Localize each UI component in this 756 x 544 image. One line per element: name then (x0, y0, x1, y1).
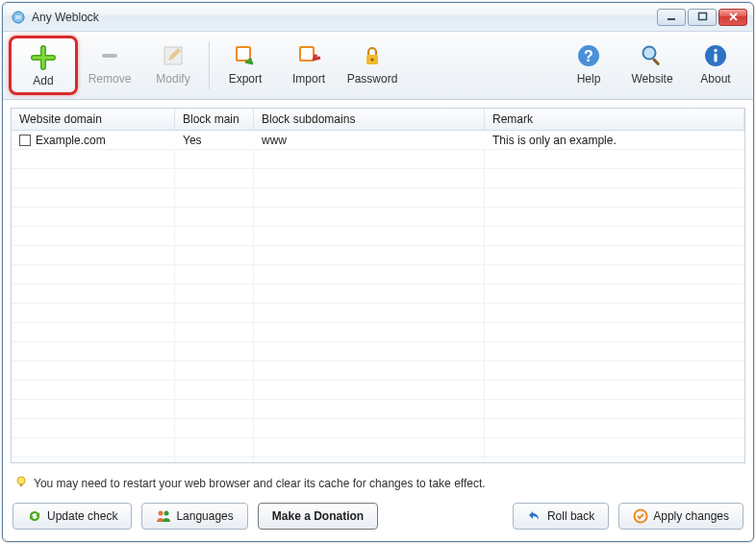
cell-block-main: Yes (175, 132, 254, 149)
grid-header: Website domain Block main Block subdomai… (12, 109, 744, 131)
svg-point-13 (643, 46, 656, 59)
svg-point-0 (13, 12, 24, 23)
svg-rect-6 (238, 48, 249, 60)
row-checkbox[interactable] (19, 135, 31, 146)
apply-icon (633, 508, 648, 524)
about-button[interactable]: About (684, 36, 747, 91)
plus-icon (30, 44, 57, 71)
remove-label: Remove (88, 72, 132, 86)
search-icon (639, 42, 666, 69)
about-label: About (700, 72, 730, 86)
import-icon (295, 42, 322, 69)
help-icon: ? (575, 42, 602, 69)
svg-rect-1 (668, 18, 675, 20)
refresh-icon (27, 508, 42, 524)
lightbulb-icon (14, 475, 28, 491)
svg-rect-3 (102, 54, 117, 58)
export-label: Export (229, 72, 263, 86)
website-button[interactable]: Website (620, 36, 684, 91)
export-icon (232, 42, 259, 69)
donate-button[interactable]: Make a Donation (258, 503, 378, 530)
grid-lines (12, 150, 744, 462)
toolbar-separator (209, 41, 210, 89)
hint-bar: You may need to restart your web browser… (3, 469, 753, 497)
import-label: Import (292, 72, 325, 86)
update-check-button[interactable]: Update check (13, 503, 132, 530)
app-window: Any Weblock Add Remove Modify (2, 2, 754, 542)
close-button[interactable] (718, 9, 747, 26)
svg-rect-17 (714, 53, 717, 62)
svg-point-10 (370, 58, 373, 61)
modify-button[interactable]: Modify (141, 36, 205, 91)
maximize-button[interactable] (688, 9, 717, 26)
add-label: Add (33, 74, 53, 87)
languages-label: Languages (176, 509, 233, 523)
undo-icon (527, 508, 542, 524)
window-title: Any Weblock (32, 11, 655, 24)
import-button[interactable]: Import (277, 36, 340, 91)
bottom-bar: Update check Languages Make a Donation R… (3, 497, 753, 541)
update-check-label: Update check (47, 509, 117, 523)
password-label: Password (347, 72, 398, 86)
content-grid: Website domain Block main Block subdomai… (11, 108, 745, 463)
svg-point-20 (159, 511, 164, 516)
titlebar[interactable]: Any Weblock (3, 3, 753, 32)
apply-changes-button[interactable]: Apply changes (618, 503, 743, 530)
svg-point-18 (17, 477, 25, 484)
export-button[interactable]: Export (214, 36, 277, 91)
svg-rect-14 (652, 58, 660, 65)
minus-icon (96, 42, 123, 69)
help-label: Help (577, 72, 601, 86)
table-row[interactable]: Example.com Yes www This is only an exam… (12, 131, 744, 150)
grid-body[interactable]: Example.com Yes www This is only an exam… (12, 131, 744, 462)
modify-label: Modify (156, 72, 189, 86)
svg-text:?: ? (584, 48, 593, 64)
col-header-block-sub[interactable]: Block subdomains (254, 109, 485, 130)
remove-button[interactable]: Remove (78, 36, 141, 91)
people-icon (156, 508, 171, 524)
add-button[interactable]: Add (9, 36, 78, 95)
languages-button[interactable]: Languages (141, 503, 247, 530)
lock-icon (359, 42, 386, 69)
cell-block-sub: www (254, 132, 485, 149)
col-header-domain[interactable]: Website domain (12, 109, 175, 130)
password-button[interactable]: Password (340, 36, 404, 91)
help-button[interactable]: ? Help (557, 36, 620, 91)
svg-rect-8 (301, 48, 313, 60)
pencil-icon (160, 42, 187, 69)
info-icon (702, 42, 729, 69)
donate-label: Make a Donation (272, 509, 364, 523)
col-header-remark[interactable]: Remark (485, 109, 744, 130)
svg-rect-19 (20, 484, 23, 486)
svg-point-16 (714, 48, 717, 51)
minimize-button[interactable] (657, 9, 686, 26)
rollback-label: Roll back (547, 509, 594, 523)
col-header-block-main[interactable]: Block main (175, 109, 254, 130)
toolbar: Add Remove Modify Export Import (3, 32, 753, 100)
website-label: Website (631, 72, 672, 86)
hint-text: You may need to restart your web browser… (34, 477, 486, 490)
cell-domain: Example.com (36, 134, 106, 147)
rollback-button[interactable]: Roll back (513, 503, 609, 530)
svg-rect-2 (698, 13, 706, 20)
cell-remark: This is only an example. (485, 132, 744, 149)
svg-point-21 (164, 511, 169, 516)
app-icon (11, 10, 26, 25)
apply-changes-label: Apply changes (653, 509, 729, 523)
